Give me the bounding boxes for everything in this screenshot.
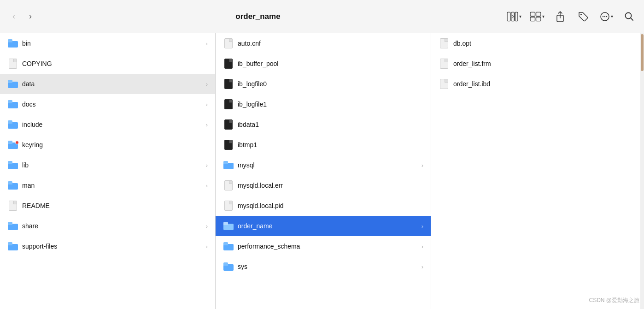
folder-light-icon	[223, 220, 234, 232]
list-item[interactable]: include›	[0, 114, 215, 135]
file-black-icon	[223, 99, 234, 110]
list-item[interactable]: support-files›	[0, 236, 215, 256]
file-icon	[439, 58, 450, 69]
chevron-right-icon: ›	[422, 263, 423, 270]
item-label: ib_logfile0	[238, 80, 423, 88]
item-label: order_name	[238, 222, 422, 230]
chevron-right-icon: ›	[206, 101, 208, 108]
list-item[interactable]: mysqld.local.err	[216, 175, 431, 196]
chevron-right-icon: ›	[206, 162, 208, 169]
svg-point-11	[604, 16, 605, 17]
svg-point-8	[580, 14, 582, 15]
file-black-icon	[223, 139, 234, 150]
item-label: performance_schema	[238, 243, 422, 250]
list-item[interactable]: keyring	[0, 135, 215, 155]
list-item[interactable]: auto.cnf	[216, 33, 431, 53]
svg-rect-0	[507, 12, 510, 21]
search-button[interactable]	[622, 9, 637, 24]
item-label: README	[22, 202, 208, 209]
svg-rect-5	[530, 17, 535, 21]
list-item[interactable]: mysqld.local.pid	[216, 196, 431, 216]
item-label: man	[22, 182, 206, 189]
arrange-button[interactable]: ▾	[530, 9, 544, 24]
folder-icon	[223, 160, 234, 171]
toolbar: ‹ › order_name ▾ ▾	[0, 0, 644, 33]
chevron-right-icon: ›	[206, 81, 208, 88]
item-label: mysqld.local.err	[238, 182, 423, 189]
folder-icon	[7, 160, 18, 171]
list-item[interactable]: docs›	[0, 94, 215, 114]
svg-rect-4	[536, 12, 541, 16]
scroll-thumb[interactable]	[641, 34, 644, 71]
list-item[interactable]: bin›	[0, 33, 215, 53]
folder-icon	[7, 241, 18, 252]
list-item[interactable]: COPYING	[0, 53, 215, 74]
share-button[interactable]	[553, 9, 568, 24]
list-item[interactable]: ib_logfile0	[216, 74, 431, 94]
column-view-chevron: ▾	[519, 14, 521, 19]
item-label: ibtmp1	[238, 141, 423, 149]
list-item[interactable]: data›	[0, 74, 215, 94]
item-label: order_list.frm	[453, 60, 636, 67]
list-item[interactable]: sys›	[216, 256, 431, 277]
list-item[interactable]: mysql›	[216, 155, 431, 175]
folder-icon	[7, 99, 18, 110]
chevron-right-icon: ›	[206, 121, 208, 128]
scroll-indicator[interactable]	[640, 33, 644, 309]
file-icon	[223, 180, 234, 191]
list-item[interactable]: README	[0, 196, 215, 216]
folder-icon	[7, 119, 18, 130]
folder-icon	[7, 78, 18, 89]
list-item[interactable]: ib_logfile1	[216, 94, 431, 114]
file-black-icon	[223, 58, 234, 69]
chevron-right-icon: ›	[422, 162, 423, 169]
list-item[interactable]: man›	[0, 175, 215, 196]
column-view-button[interactable]: ▾	[507, 9, 521, 24]
chevron-right-icon: ›	[206, 182, 208, 189]
item-label: docs	[22, 101, 206, 108]
column-1: bin›COPYINGdata›docs›include›keyringlib›…	[0, 33, 216, 309]
file-icon	[223, 38, 234, 49]
list-item[interactable]: order_name›	[216, 216, 431, 236]
more-button[interactable]: ▾	[599, 9, 614, 24]
list-item[interactable]: order_list.frm	[431, 53, 644, 74]
arrange-chevron: ▾	[542, 14, 544, 19]
folder-icon	[7, 180, 18, 191]
list-item[interactable]: share›	[0, 216, 215, 236]
list-item[interactable]: ibdata1	[216, 114, 431, 135]
list-item[interactable]: order_list.ibd	[431, 74, 644, 94]
svg-rect-2	[515, 12, 518, 21]
more-chevron: ▾	[611, 14, 613, 19]
tag-button[interactable]	[576, 9, 591, 24]
item-label: share	[22, 222, 206, 230]
svg-rect-3	[530, 12, 535, 16]
chevron-right-icon: ›	[422, 223, 423, 230]
item-label: keyring	[22, 141, 208, 149]
item-label: data	[22, 80, 206, 88]
list-item[interactable]: ibtmp1	[216, 135, 431, 155]
page-title: order_name	[15, 12, 501, 21]
chevron-right-icon: ›	[206, 223, 208, 230]
list-item[interactable]: ib_buffer_pool	[216, 53, 431, 74]
content-area: bin›COPYINGdata›docs›include›keyringlib›…	[0, 33, 644, 309]
column-2: auto.cnfib_buffer_poolib_logfile0ib_logf…	[216, 33, 431, 309]
item-label: lib	[22, 161, 206, 169]
list-item[interactable]: lib›	[0, 155, 215, 175]
list-item[interactable]: performance_schema›	[216, 236, 431, 256]
item-label: db.opt	[453, 40, 636, 47]
chevron-right-icon: ›	[206, 40, 208, 47]
list-item[interactable]: db.opt	[431, 33, 644, 53]
folder-keyring-icon	[7, 139, 18, 150]
chevron-right-icon: ›	[206, 243, 208, 250]
item-label: include	[22, 121, 206, 128]
column-3: db.optorder_list.frmorder_list.ibd	[431, 33, 644, 309]
item-label: bin	[22, 40, 206, 47]
toolbar-actions: ▾ ▾	[507, 9, 637, 24]
item-label: mysql	[238, 161, 422, 169]
item-label: sys	[238, 263, 422, 270]
file-black-solid-icon	[223, 119, 234, 130]
folder-icon	[7, 38, 18, 49]
svg-point-12	[606, 16, 607, 17]
item-label: ibdata1	[238, 121, 423, 128]
item-label: support-files	[22, 243, 206, 250]
